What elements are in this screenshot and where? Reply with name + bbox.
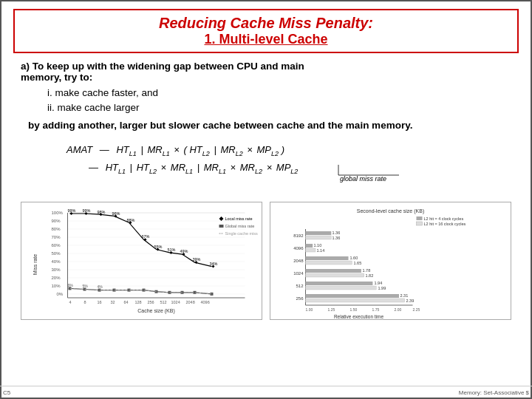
svg-text:55%: 55% [154, 245, 163, 249]
right-chart-svg: Second-level cache size (KB) L2 hit = 4 … [273, 205, 508, 320]
charts-row: Miss rate 100% 90% 80% 70% 60% 50% 40% 3… [21, 202, 511, 390]
svg-text:99%: 99% [83, 208, 91, 213]
svg-text:L2 hit = 16 clock cycles: L2 hit = 16 clock cycles [424, 222, 466, 226]
svg-text:1.99: 1.99 [378, 286, 386, 290]
svg-text:2048: 2048 [186, 300, 195, 304]
svg-text:2.25: 2.25 [413, 307, 420, 312]
svg-text:30%: 30% [52, 267, 61, 272]
title-line2: 1. Multi-level Cache [22, 32, 510, 47]
content-area: a) To keep up with the widening gap betw… [13, 61, 519, 390]
svg-text:100%: 100% [52, 211, 64, 215]
svg-text:1.00: 1.00 [306, 307, 313, 312]
sub-item-ii: ii. make cache larger [47, 100, 511, 115]
svg-text:512: 512 [160, 300, 167, 304]
global-miss-rate-label: global miss rate [340, 175, 386, 183]
svg-text:10%: 10% [52, 284, 61, 288]
svg-text:Cache size (KB): Cache size (KB) [137, 308, 175, 314]
svg-text:20%: 20% [52, 276, 61, 280]
svg-text:1024: 1024 [171, 300, 180, 304]
svg-text:256: 256 [296, 296, 304, 301]
svg-text:Relative execution time: Relative execution time [334, 314, 384, 319]
svg-text:70%: 70% [52, 235, 61, 239]
bottom-left-label: C5 [3, 389, 10, 396]
svg-text:16: 16 [98, 300, 102, 304]
svg-rect-114 [306, 269, 361, 273]
bar-8192-v16 [306, 236, 332, 239]
svg-text:1.10: 1.10 [314, 243, 322, 248]
svg-rect-122 [306, 294, 400, 298]
svg-text:4: 4 [69, 300, 72, 304]
svg-text:2048: 2048 [293, 259, 304, 263]
point-a: a) To keep up with the widening gap betw… [21, 61, 511, 83]
svg-text:96%: 96% [112, 211, 120, 216]
svg-text:2.31: 2.31 [400, 293, 409, 298]
svg-text:1.75: 1.75 [372, 307, 380, 312]
svg-text:51%: 51% [168, 248, 176, 252]
svg-text:90%: 90% [52, 219, 61, 223]
svg-rect-123 [306, 299, 405, 302]
title-box: Reducing Cache Miss Penalty: 1. Multi-le… [13, 9, 519, 53]
svg-text:1.94: 1.94 [375, 281, 383, 285]
svg-rect-111 [306, 261, 352, 265]
by-adding: by adding another, larger but slower cac… [28, 119, 511, 133]
svg-rect-119 [306, 286, 377, 290]
svg-text:5%: 5% [83, 284, 89, 288]
svg-text:98%: 98% [98, 209, 106, 214]
svg-text:1024: 1024 [293, 271, 304, 276]
svg-text:Second-level cache size (KB): Second-level cache size (KB) [357, 208, 424, 214]
svg-text:34%: 34% [210, 262, 218, 266]
svg-rect-107 [306, 248, 316, 252]
svg-text:6%: 6% [68, 283, 74, 287]
svg-text:4096: 4096 [201, 300, 210, 304]
bottom-right-label: Memory: Set-Associative $ [459, 389, 529, 396]
svg-text:1.65: 1.65 [354, 261, 362, 265]
svg-marker-78 [219, 216, 224, 221]
svg-rect-80 [219, 225, 224, 228]
svg-rect-110 [306, 256, 349, 260]
bottom-bar: C5 Memory: Set-Associative $ [0, 386, 532, 399]
svg-text:1.82: 1.82 [366, 273, 374, 278]
sub-item-i: i. make cache faster, and [47, 86, 511, 100]
bar-8192-v4 [306, 231, 332, 235]
svg-text:Global miss rate: Global miss rate [225, 224, 255, 228]
svg-text:L2 hit = 4 clock cycles: L2 hit = 4 clock cycles [424, 216, 464, 221]
svg-text:60%: 60% [52, 243, 61, 248]
svg-text:1.60: 1.60 [350, 256, 358, 260]
svg-text:32: 32 [111, 300, 115, 304]
svg-text:80%: 80% [52, 227, 61, 231]
svg-text:4%: 4% [98, 284, 103, 289]
svg-text:Miss rate: Miss rate [33, 254, 38, 276]
svg-text:2.00: 2.00 [395, 307, 402, 312]
title-line1: Reducing Cache Miss Penalty: [22, 15, 510, 32]
formula-area: AMAT — HTL1 | MRL1 × ( HTL2 | MRL2 × MPL… [21, 138, 511, 194]
svg-text:—
          HTL1
          |
 : — HTL1 | HTL2 × MRL1 | MRL1 × MRL2 × MPL… [88, 162, 298, 176]
svg-text:1.25: 1.25 [328, 307, 335, 312]
svg-text:Local miss rate: Local miss rate [225, 216, 253, 221]
left-chart-svg: Miss rate 100% 90% 80% 70% 60% 50% 40% 3… [24, 205, 259, 320]
svg-text:2.39: 2.39 [406, 299, 415, 303]
svg-text:40%: 40% [52, 259, 61, 264]
svg-text:1.50: 1.50 [350, 307, 358, 312]
svg-rect-115 [306, 273, 364, 277]
svg-text:0%: 0% [57, 292, 64, 296]
svg-text:49%: 49% [180, 249, 188, 253]
svg-rect-85 [417, 216, 423, 220]
svg-text:1.36: 1.36 [332, 236, 341, 240]
sub-items: i. make cache faster, and ii. make cache… [47, 86, 511, 116]
svg-text:256: 256 [148, 300, 154, 304]
left-chart: Miss rate 100% 90% 80% 70% 60% 50% 40% 3… [21, 202, 262, 320]
svg-rect-118 [306, 282, 373, 285]
svg-text:67%: 67% [142, 234, 150, 239]
svg-text:1.78: 1.78 [363, 268, 371, 273]
right-chart: Second-level cache size (KB) L2 hit = 4 … [270, 202, 511, 320]
svg-text:88%: 88% [127, 218, 135, 222]
svg-text:AMAT
          —
          HTL: AMAT — HTL1 | MRL1 × ( HTL2 | MRL2 × MPL… [66, 144, 284, 158]
svg-rect-87 [417, 222, 423, 225]
svg-text:1.36: 1.36 [332, 231, 341, 235]
svg-text:50%: 50% [52, 251, 61, 256]
svg-text:8: 8 [84, 300, 86, 304]
svg-text:99%: 99% [68, 208, 76, 213]
svg-text:1.14: 1.14 [317, 248, 325, 253]
formula-svg: AMAT — HTL1 | MRL1 × ( HTL2 | MRL2 × MPL… [52, 138, 480, 188]
svg-text:Single cache miss rate: Single cache miss rate [225, 231, 259, 236]
